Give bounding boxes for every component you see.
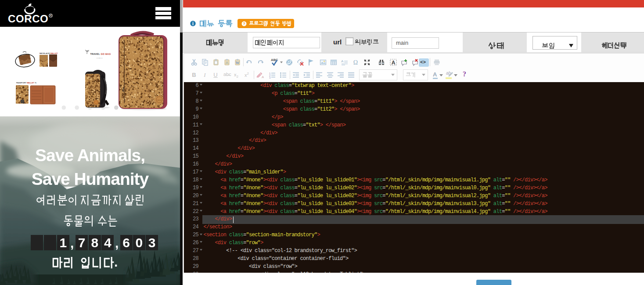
- svg-text:A: A: [225, 61, 228, 65]
- svg-text:PASSPORT WALLET 7t: PASSPORT WALLET 7t: [16, 82, 37, 84]
- svg-text:A: A: [341, 59, 344, 63]
- svg-text:corco: corco: [157, 99, 162, 101]
- svg-text:NECKLACE WALLET: NECKLACE WALLET: [40, 52, 58, 54]
- svg-text:TRAVEL GO BAG: TRAVEL GO BAG: [90, 53, 111, 55]
- svg-text:W: W: [236, 61, 240, 65]
- svg-text:A: A: [262, 75, 264, 79]
- svg-text:C O R C O: C O R C O: [97, 58, 103, 59]
- svg-text:?: ?: [243, 22, 245, 26]
- svg-text:Ω: Ω: [353, 59, 357, 66]
- svg-text:3: 3: [269, 76, 271, 79]
- svg-text:A: A: [391, 59, 395, 65]
- svg-text:ABC: ABC: [271, 58, 278, 62]
